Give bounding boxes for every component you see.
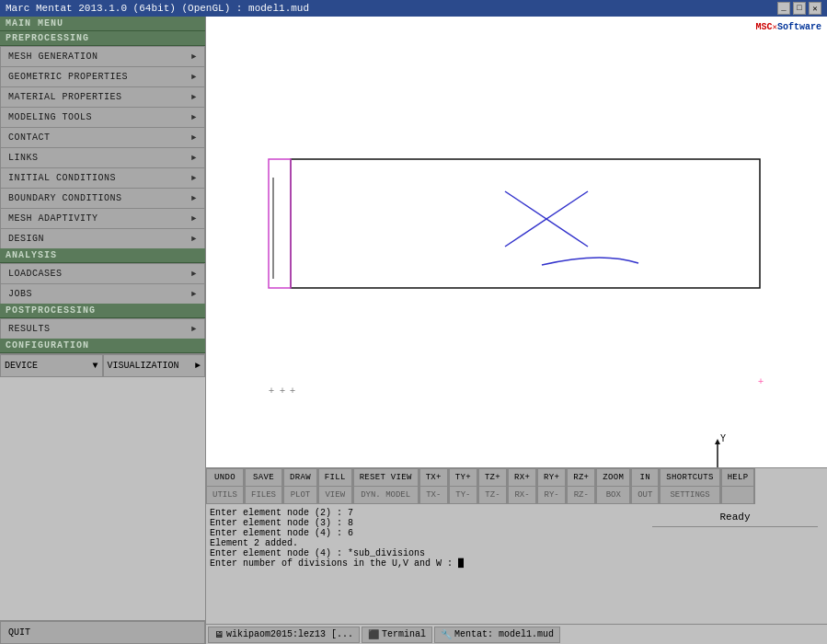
viewport-svg: + + + + Y Z 1	[206, 17, 827, 467]
minimize-button[interactable]: _	[777, 2, 790, 15]
draw-group: DRAW PLOT	[283, 468, 318, 504]
save-group: SAVE FILES	[245, 468, 283, 504]
tz-minus-button[interactable]: TZ-	[478, 487, 507, 504]
console-line-2: Enter element node (3) : 8	[210, 518, 639, 528]
maximize-button[interactable]: □	[793, 2, 806, 15]
dyn-model-button[interactable]: DYN. MODEL	[353, 487, 419, 504]
sidebar-item-links[interactable]: LINKS ►	[0, 147, 205, 167]
main-menu-header: MAIN MENU	[0, 17, 205, 31]
zoom-button[interactable]: ZOOM	[596, 468, 630, 487]
console-line-3: Enter element node (4) : 6	[210, 528, 639, 538]
tz-plus-button[interactable]: TZ+	[478, 468, 507, 487]
arrow-icon: ►	[191, 93, 197, 102]
arrow-icon: ►	[191, 113, 197, 122]
plot-button[interactable]: PLOT	[283, 487, 317, 504]
analysis-header: ANALYSIS	[0, 248, 205, 263]
viewport[interactable]: MSC✕Software + +	[206, 17, 827, 467]
sidebar-item-geometric-properties[interactable]: GEOMETRIC PROPERTIES ►	[0, 66, 205, 86]
sidebar-item-material-properties[interactable]: MATERIAL PROPERTIES ►	[0, 86, 205, 107]
sidebar-item-initial-conditions[interactable]: INITIAL CONDITIONS ►	[0, 167, 205, 188]
in-button[interactable]: IN	[631, 468, 659, 487]
ry-minus-button[interactable]: RY-	[537, 487, 566, 504]
console-line-5: Enter element node (4) : *sub_divisions	[210, 548, 639, 558]
shortcuts-button[interactable]: SHORTCUTS	[660, 468, 719, 487]
in-out-group: IN OUT	[631, 468, 660, 504]
svg-rect-0	[291, 159, 760, 288]
tx-group: TX+ TX-	[419, 468, 449, 504]
configuration-header: CONFIGURATION	[0, 339, 205, 353]
arrow-icon: ►	[195, 361, 201, 371]
taskbar: 🖥 wikipaom2015:lez13 [... ⬛ Terminal 🔧 M…	[206, 624, 827, 644]
ty-plus-button[interactable]: TY+	[449, 468, 477, 487]
taskbar-mentat[interactable]: 🔧 Mentat: model1.mud	[434, 627, 560, 643]
view-button[interactable]: VIEW	[318, 487, 352, 504]
ready-area: Ready	[643, 504, 827, 624]
fill-button[interactable]: FILL	[318, 468, 352, 487]
tx-plus-button[interactable]: TX+	[419, 468, 448, 487]
reset-view-button[interactable]: RESET VIEW	[353, 468, 419, 487]
zoom-box-group: ZOOM BOX	[596, 468, 631, 504]
sidebar: MAIN MENU PREPROCESSING MESH GENERATION …	[0, 17, 206, 644]
arrow-icon: ►	[191, 325, 197, 334]
tz-group: TZ+ TZ-	[478, 468, 508, 504]
taskbar-wikipedia[interactable]: 🖥 wikipaom2015:lez13 [...	[208, 627, 360, 643]
svg-text:+: +	[758, 376, 764, 386]
arrow-icon: ►	[191, 154, 197, 163]
utils-button[interactable]: UTILS	[206, 487, 244, 504]
title-text: Marc Mentat 2013.1.0 (64bit) (OpenGL) : …	[6, 3, 309, 14]
quit-button[interactable]: QUIT	[0, 620, 205, 644]
console-line-4: Element 2 added.	[210, 538, 639, 548]
arrow-icon: ►	[191, 52, 197, 62]
visualization-button[interactable]: VISUALIZATION ►	[103, 354, 206, 377]
sidebar-item-modeling-tools[interactable]: MODELING TOOLS ►	[0, 107, 205, 127]
sidebar-item-contact[interactable]: CONTACT ►	[0, 127, 205, 147]
draw-button[interactable]: DRAW	[283, 468, 317, 487]
mentat-icon: 🔧	[441, 629, 452, 640]
settings-button[interactable]: SETTINGS	[660, 487, 719, 504]
ry-plus-button[interactable]: RY+	[537, 468, 566, 487]
arrow-icon: ►	[191, 235, 197, 244]
svg-text:+: +	[280, 385, 285, 396]
terminal-icon: ⬛	[368, 629, 379, 640]
sidebar-item-jobs[interactable]: JOBS ►	[0, 283, 205, 304]
ty-minus-button[interactable]: TY-	[449, 487, 477, 504]
box-button[interactable]: BOX	[596, 487, 630, 504]
device-button[interactable]: DEVICE ▼	[0, 354, 103, 377]
arrow-icon: ►	[191, 290, 197, 299]
title-bar: Marc Mentat 2013.1.0 (64bit) (OpenGL) : …	[0, 0, 827, 17]
sidebar-item-loadcases[interactable]: LOADCASES ►	[0, 263, 205, 283]
preprocessing-header: PREPROCESSING	[0, 31, 205, 46]
svg-rect-1	[269, 159, 291, 288]
postprocessing-header: POSTPROCESSING	[0, 304, 205, 318]
bottom-bar: UNDO UTILS SAVE FILES DRAW PLOT FILL VIE…	[206, 467, 827, 644]
sidebar-item-results[interactable]: RESULTS ►	[0, 318, 205, 339]
svg-text:Y: Y	[720, 433, 726, 443]
rx-minus-button[interactable]: RX-	[508, 487, 536, 504]
taskbar-terminal[interactable]: ⬛ Terminal	[362, 627, 432, 643]
arrow-icon: ▼	[92, 361, 98, 371]
rx-group: RX+ RX-	[508, 468, 537, 504]
undo-button[interactable]: UNDO	[206, 468, 244, 487]
sidebar-item-boundary-conditions[interactable]: BOUNDARY CONDITIONS ►	[0, 188, 205, 208]
svg-text:+: +	[290, 385, 295, 396]
close-button[interactable]: ✕	[809, 2, 821, 15]
status-area: Enter element node (2) : 7 Enter element…	[206, 504, 827, 624]
console: Enter element node (2) : 7 Enter element…	[206, 504, 643, 624]
arrow-icon: ►	[191, 73, 197, 82]
files-button[interactable]: FILES	[245, 487, 282, 504]
save-button[interactable]: SAVE	[245, 468, 282, 487]
arrow-icon: ►	[191, 133, 197, 143]
help-bottom	[721, 487, 755, 504]
rz-minus-button[interactable]: RZ-	[567, 487, 595, 504]
sidebar-item-mesh-generation[interactable]: MESH GENERATION ►	[0, 46, 205, 66]
rx-plus-button[interactable]: RX+	[508, 468, 536, 487]
tx-minus-button[interactable]: TX-	[419, 487, 448, 504]
out-button[interactable]: OUT	[631, 487, 659, 504]
rz-plus-button[interactable]: RZ+	[567, 468, 595, 487]
sidebar-item-mesh-adaptivity[interactable]: MESH ADAPTIVITY ►	[0, 208, 205, 228]
help-button[interactable]: HELP	[721, 468, 755, 487]
ready-label: Ready	[719, 512, 750, 523]
sidebar-item-design[interactable]: DESIGN ►	[0, 228, 205, 248]
reset-view-group: RESET VIEW DYN. MODEL	[353, 468, 419, 504]
shortcuts-group: SHORTCUTS SETTINGS	[660, 468, 720, 504]
